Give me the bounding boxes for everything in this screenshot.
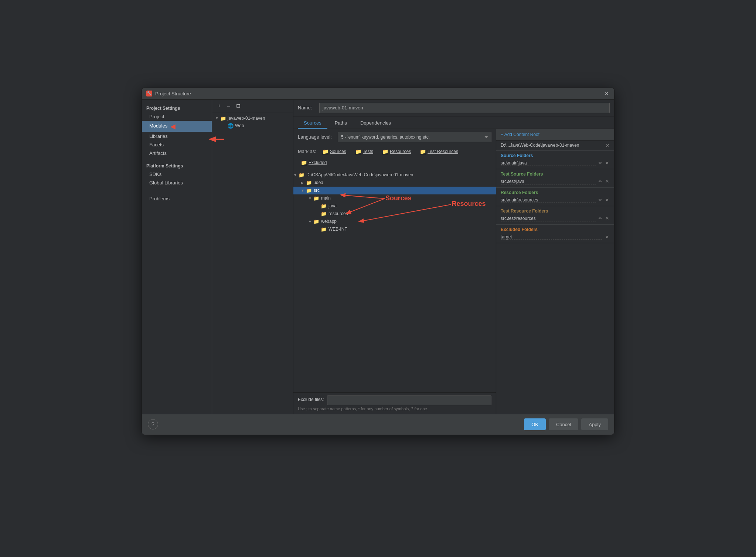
resource-folders-title: Resource Folders	[501, 190, 610, 195]
test-resource-folder-actions-0: ✏ ✕	[598, 216, 610, 221]
mark-excluded-button[interactable]: 📁 Excluded	[298, 159, 330, 167]
language-level-row: Language level: 5 - 'enum' keyword, gene…	[293, 129, 496, 145]
sidebar-item-artifacts[interactable]: Artifacts	[142, 149, 212, 157]
content-left: Language level: 5 - 'enum' keyword, gene…	[293, 129, 496, 414]
bottom-buttons: OK Cancel Apply	[524, 418, 608, 430]
tabs-row: Sources Paths Dependencies	[293, 116, 614, 129]
exclude-files-input[interactable]	[327, 395, 491, 405]
ft-item-webapp[interactable]: ▼ 📁 webapp	[293, 218, 496, 225]
sidebar-item-problems[interactable]: Problems	[142, 194, 212, 203]
test-resource-folder-remove-0[interactable]: ✕	[605, 216, 610, 221]
tree-label-root: javaweb-01-maven	[228, 116, 265, 121]
close-button[interactable]: ✕	[604, 91, 610, 96]
ft-item-main[interactable]: ▼ 📁 main	[293, 194, 496, 202]
ok-button[interactable]: OK	[524, 418, 546, 430]
cancel-button[interactable]: Cancel	[549, 418, 578, 430]
excluded-folder-icon: 📁	[301, 160, 307, 166]
tab-dependencies[interactable]: Dependencies	[354, 118, 397, 129]
source-folder-remove-0[interactable]: ✕	[605, 160, 610, 166]
ft-folder-icon-src: 📁	[306, 188, 313, 193]
resource-folder-edit-0[interactable]: ✏	[598, 197, 603, 203]
nav-toolbar: + – ⊟	[212, 100, 293, 112]
resource-folder-remove-0[interactable]: ✕	[605, 197, 610, 203]
add-content-root-button[interactable]: + Add Content Root	[501, 132, 539, 137]
tree-item-web[interactable]: 🌐 Web	[212, 122, 293, 129]
test-source-folder-entry-0: src\test\java ✏ ✕	[501, 178, 610, 185]
ft-item-resources[interactable]: 📁 resources	[293, 210, 496, 218]
main-panel: Name: Sources Paths Dependencies	[293, 100, 614, 414]
project-structure-window: 🔧 Project Structure ✕ Project Settings P…	[142, 88, 614, 435]
resource-folder-actions-0: ✏ ✕	[598, 197, 610, 203]
test-resource-folder-entry-0: src\test\resources ✏ ✕	[501, 215, 610, 222]
modules-arrow-indicator: ◀	[170, 122, 176, 130]
excluded-folder-remove-0[interactable]: ✕	[605, 234, 610, 240]
bottom-bar: ? OK Cancel Apply	[142, 414, 614, 435]
right-info-header: + Add Content Root	[496, 129, 614, 140]
ft-label-main: main	[321, 196, 331, 201]
right-info-panel: + Add Content Root D:\...JavaWeb-Code\ja…	[496, 129, 614, 414]
test-source-folder-path-0: src\test\java	[501, 179, 596, 184]
name-input[interactable]	[319, 103, 610, 113]
sources-folder-icon: 📁	[322, 149, 328, 154]
window-title: Project Structure	[155, 91, 604, 96]
test-source-folder-edit-0[interactable]: ✏	[598, 179, 603, 184]
path-close-button[interactable]: ✕	[606, 143, 610, 148]
test-resource-folder-edit-0[interactable]: ✏	[598, 216, 603, 221]
help-button[interactable]: ?	[148, 419, 158, 429]
resources-folder-icon: 📁	[382, 149, 388, 154]
exclude-files-hint: Use ; to separate name patterns, * for a…	[298, 407, 491, 411]
tree-arrow-root: ▼	[215, 116, 220, 120]
mark-resources-button[interactable]: 📁 Resources	[379, 147, 414, 156]
sidebar-item-project[interactable]: Project	[142, 112, 212, 121]
sidebar-item-global-libraries[interactable]: Global Libraries	[142, 179, 212, 187]
mark-as-label: Mark as:	[298, 149, 316, 154]
ft-arrow-idea: ▶	[301, 181, 306, 185]
ft-label-src: src	[314, 188, 320, 193]
sidebar-item-modules[interactable]: Modules ◀	[142, 121, 212, 132]
project-settings-section: Project Settings	[142, 103, 212, 112]
ft-label-java: java	[328, 203, 337, 208]
tab-paths[interactable]: Paths	[329, 118, 353, 129]
test-source-folders-title: Test Source Folders	[501, 171, 610, 177]
add-module-button[interactable]: +	[215, 102, 223, 110]
ft-item-webinf[interactable]: 📁 WEB-INF	[293, 225, 496, 233]
ft-label-webapp: webapp	[321, 219, 337, 224]
ft-arrow-webapp: ▼	[308, 220, 313, 224]
tab-sources[interactable]: Sources	[298, 118, 327, 129]
ft-folder-icon-webapp: 📁	[313, 219, 320, 224]
ft-item-root[interactable]: ▼ 📁 D:\CSApp\AllCode\JavaWeb-Code\javawe…	[293, 171, 496, 179]
sidebar-separator	[142, 157, 212, 161]
ft-folder-icon-webinf: 📁	[321, 227, 327, 232]
sidebar-item-facets[interactable]: Facets	[142, 140, 212, 149]
excluded-folder-path-0: target	[501, 234, 602, 240]
source-folder-actions-0: ✏ ✕	[598, 160, 610, 166]
ft-item-src[interactable]: ▼ 📁 src	[293, 187, 496, 194]
ft-item-java[interactable]: 📁 java	[293, 202, 496, 210]
module-tree-panel: + – ⊟ ▼ 📁 javaweb-01-maven 🌐 Web	[212, 100, 293, 414]
remove-module-button[interactable]: –	[225, 102, 233, 110]
test-resource-folders-title: Test Resource Folders	[501, 208, 610, 214]
app-icon: 🔧	[146, 91, 152, 96]
sidebar-item-sdks[interactable]: SDKs	[142, 170, 212, 179]
mark-sources-button[interactable]: 📁 Sources	[319, 147, 349, 156]
test-source-folder-remove-0[interactable]: ✕	[605, 179, 610, 184]
apply-button[interactable]: Apply	[581, 418, 608, 430]
window-body: Project Settings Project Modules ◀ Libra…	[142, 100, 614, 414]
ft-arrow-src: ▼	[301, 189, 306, 193]
source-folder-path-0: src\main\java	[501, 160, 596, 166]
ft-item-idea[interactable]: ▶ 📁 .idea	[293, 179, 496, 187]
resource-folders-section: Resource Folders src\main\resources ✏ ✕	[496, 188, 614, 206]
mark-tests-button[interactable]: 📁 Tests	[352, 147, 376, 156]
ft-label-webinf: WEB-INF	[328, 227, 347, 232]
tree-item-root[interactable]: ▼ 📁 javaweb-01-maven	[212, 115, 293, 122]
sidebar: Project Settings Project Modules ◀ Libra…	[142, 100, 212, 414]
source-folder-edit-0[interactable]: ✏	[598, 160, 603, 166]
ft-folder-icon-main: 📁	[313, 196, 320, 201]
copy-module-button[interactable]: ⊟	[234, 102, 242, 110]
sidebar-item-libraries[interactable]: Libraries	[142, 132, 212, 140]
language-level-select[interactable]: 5 - 'enum' keyword, generics, autoboxing…	[338, 132, 491, 142]
file-tree[interactable]: ▼ 📁 D:\CSApp\AllCode\JavaWeb-Code\javawe…	[293, 169, 496, 392]
excluded-folder-entry-0: target ✕	[501, 234, 610, 241]
excluded-folder-actions-0: ✕	[605, 234, 610, 240]
mark-test-resources-button[interactable]: 📁 Test Resources	[417, 147, 461, 156]
